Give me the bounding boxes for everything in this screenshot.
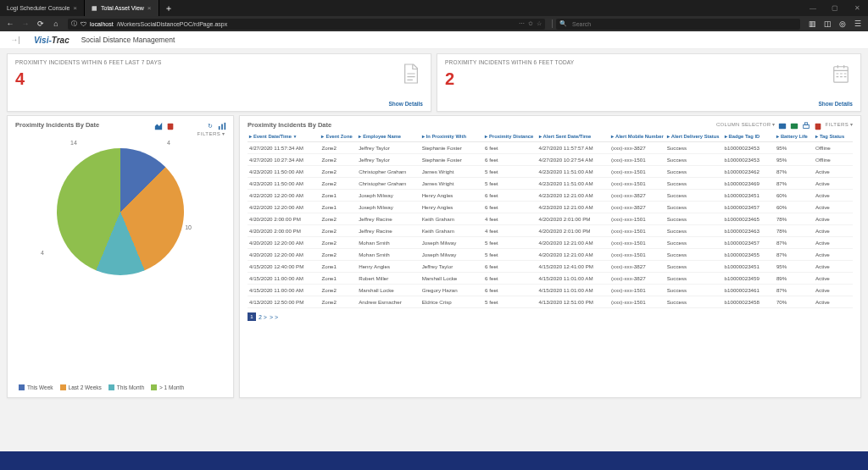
window-minimize-button[interactable]: — [802,0,824,16]
legend-item[interactable]: This Week [19,384,53,390]
legend-item[interactable]: This Month [108,384,144,390]
sidebar-icon[interactable]: ◫ [821,18,834,30]
col-header[interactable]: ▸Alert Mobile Number [609,131,665,142]
table-cell: Joseph Milway [357,190,420,202]
table-cell: 89% [775,273,814,285]
table-row[interactable]: 4/15/2020 11:00:00 AMZone2Marshall Locke… [248,285,853,296]
table-cell: 5 feet [483,178,537,190]
menu-icon[interactable]: ☰ [851,18,865,30]
table-row[interactable]: 4/20/2020 2:00:00 PMZone2Jeffrey RacineK… [248,213,853,225]
table-cell: Active [814,190,853,202]
table-cell: Zone2 [320,237,357,249]
show-details-link[interactable]: Show Details [389,101,423,107]
col-header[interactable]: ▸Employee Name [357,131,420,142]
tab-close-icon[interactable]: × [147,4,152,12]
col-header[interactable]: ▸Alert Delivery Status [665,131,723,142]
table-cell: (xxx)-xxx-1501 [609,178,665,190]
table-row[interactable]: 4/13/2020 12:50:00 PMZone2Andrew Esmache… [248,296,853,308]
table-cell: 4 feet [483,213,537,225]
show-details-link[interactable]: Show Details [819,101,853,107]
table-row[interactable]: 4/15/2020 11:00:00 AMZone1Robert MillerM… [248,273,853,285]
pie-label: 4 [167,140,170,146]
pager-current[interactable]: 1 [248,312,256,321]
page-title: Social Distance Management [81,36,175,44]
table-row[interactable]: 4/20/2020 12:20:00 AMZone2Mohan SmithJos… [248,249,853,261]
table-cell: Active [814,178,853,190]
table-cell: Zone2 [320,142,357,154]
browser-search[interactable]: 🔍 [556,19,800,30]
table-cell: Henry Angles [420,190,483,202]
table-cell: Stephanie Foster [420,154,483,166]
table-row[interactable]: 4/23/2020 11:50:00 AMZone2Christopher Gr… [248,166,853,178]
col-header[interactable]: ▸Badge Tag ID [723,131,775,142]
browser-tab-active[interactable]: ▦ Total Asset View × [85,0,159,16]
pie-chart: 14 4 10 4 [15,140,225,383]
account-icon[interactable]: ◎ [836,18,849,30]
col-header[interactable]: ▸In Proximity With [420,131,483,142]
table-cell: Keith Graham [420,225,483,237]
footer-bar [0,451,868,470]
table-row[interactable]: 4/22/2020 12:20:00 AMZone1Joseph MilwayH… [248,202,853,213]
table-row[interactable]: 4/20/2020 2:00:00 PMZone2Jeffrey RacineK… [248,225,853,237]
col-header[interactable]: ▸Alert Sent Date/Time [537,131,609,142]
app-header: →| Visi-Trac Social Distance Management [0,31,868,49]
col-header[interactable]: ▸Event Date/Time ▼ [248,131,320,142]
table-cell: Joseph Milway [420,249,483,261]
table-cell: Success [665,202,723,213]
table-cell: b10000023469 [723,178,775,190]
legend-item[interactable]: > 1 Month [151,384,184,390]
shield-icon: 🛡 [81,21,86,27]
url-bar[interactable]: ⓘ 🛡 localhost/WorkersSocialDistancePOC/r… [68,19,545,30]
tab-close-icon[interactable]: × [73,4,77,12]
table-cell: Zone1 [320,261,357,273]
pager-next[interactable]: 2 > [259,314,267,320]
home-button[interactable]: ⌂ [49,18,63,30]
table-cell: Active [814,296,853,308]
table-cell: 6 feet [483,142,537,154]
table-cell: b10000023463 [723,225,775,237]
chart-type-icon[interactable] [153,121,163,130]
new-tab-button[interactable]: ＋ [159,0,178,16]
export-csv-icon[interactable] [778,121,787,130]
bar-chart-icon[interactable] [217,121,226,130]
reload-button[interactable]: ⟳ [34,18,47,30]
table-filters-link[interactable]: FILTERS ▾ [826,121,854,130]
table-row[interactable]: 4/20/2020 12:20:00 AMZone2Mohan SmithJos… [248,237,853,249]
browser-tab-inactive[interactable]: Logi Scheduler Console × [0,0,85,16]
search-input[interactable] [570,20,797,28]
chart-filters-link[interactable]: FILTERS ▾ [198,130,225,136]
logo-text: Visi-Trac [34,36,70,45]
pager-last[interactable]: > > [270,314,278,320]
table-cell: 95% [775,142,814,154]
open-drawer-button[interactable]: →| [8,34,22,46]
forward-button[interactable]: → [19,18,32,30]
export-pdf-icon[interactable] [165,121,175,130]
table-cell: Zone2 [320,154,357,166]
table-row[interactable]: 4/15/2020 12:40:00 PMZone1Henry AnglesJe… [248,261,853,273]
table-cell: Eldrice Crisp [420,296,483,308]
col-header[interactable]: ▸Event Zone [320,131,357,142]
window-close-button[interactable]: ✕ [846,0,868,16]
library-icon[interactable]: ▥ [805,18,819,30]
export-pdf-icon[interactable] [814,121,823,130]
window-maximize-button[interactable]: ▢ [824,0,846,16]
table-row[interactable]: 4/23/2020 11:50:00 AMZone2Christopher Gr… [248,178,853,190]
col-header[interactable]: ▸Tag Status [814,131,853,142]
col-header[interactable]: ▸Proximity Distance [483,131,537,142]
table-row[interactable]: 4/27/2020 11:57:34 AMZone2Jeffrey Taylor… [248,142,853,154]
col-header[interactable]: ▸Battery Life [775,131,814,142]
export-excel-icon[interactable] [790,121,799,130]
table-row[interactable]: 4/27/2020 10:27:34 AMZone2Jeffrey Taylor… [248,154,853,166]
pie-label: 14 [70,140,77,146]
table-cell: (xxx)-xxx-3827 [609,190,665,202]
back-button[interactable]: ← [3,18,17,30]
table-cell: 4/15/2020 11:01:00 AM [537,273,609,285]
column-selector-link[interactable]: COLUMN SELECTOR ▾ [716,121,776,130]
incidents-table: ▸Event Date/Time ▼▸Event Zone▸Employee N… [248,131,853,308]
table-cell: Mohan Smith [357,249,420,261]
refresh-icon[interactable]: ↻ [205,121,214,130]
table-row[interactable]: 4/22/2020 12:20:00 AMZone1Joseph MilwayH… [248,190,853,202]
print-icon[interactable] [802,121,811,130]
svg-rect-3 [221,124,223,130]
legend-item[interactable]: Last 2 Weeks [60,384,102,390]
